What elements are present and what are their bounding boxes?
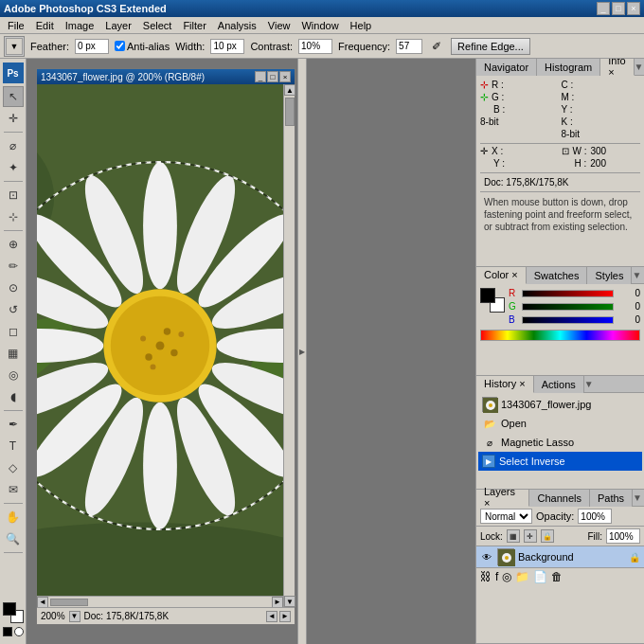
tab-info[interactable]: Info × bbox=[600, 59, 634, 76]
color-fg-bg[interactable] bbox=[480, 288, 505, 313]
r-slider-track[interactable] bbox=[522, 290, 614, 297]
b-slider-track[interactable] bbox=[522, 316, 614, 324]
tab-color[interactable]: Color × bbox=[476, 267, 527, 284]
tool-gradient[interactable]: ▦ bbox=[3, 343, 24, 364]
zoom-menu-btn[interactable]: ▼ bbox=[69, 611, 80, 622]
layer-eye-icon[interactable]: 👁 bbox=[480, 550, 493, 564]
history-item-0[interactable]: 1343067_flower.jpg bbox=[478, 395, 642, 414]
menu-image[interactable]: Image bbox=[60, 18, 100, 33]
foreground-color[interactable] bbox=[3, 602, 16, 616]
tool-healing[interactable]: ⊕ bbox=[3, 234, 24, 255]
color-spectrum[interactable] bbox=[480, 330, 640, 341]
fill-input[interactable] bbox=[606, 528, 640, 544]
close-button[interactable]: × bbox=[627, 2, 640, 15]
tool-dodge[interactable]: ◖ bbox=[3, 386, 24, 407]
blend-mode-select[interactable]: Normal bbox=[480, 509, 532, 524]
scroll-down-btn[interactable]: ▼ bbox=[284, 596, 295, 607]
tab-actions[interactable]: Actions bbox=[534, 376, 584, 393]
scroll-nav-left[interactable]: ◄ bbox=[266, 611, 277, 622]
scroll-up-btn[interactable]: ▲ bbox=[284, 84, 295, 96]
document-controls[interactable]: _ □ × bbox=[255, 71, 291, 82]
tab-histogram[interactable]: Histogram bbox=[537, 59, 600, 76]
new-layer-btn[interactable]: 📄 bbox=[533, 570, 547, 583]
tab-channels[interactable]: Channels bbox=[529, 490, 589, 507]
color-panel-menu[interactable]: ▼ bbox=[632, 270, 641, 280]
contrast-input[interactable] bbox=[298, 39, 332, 54]
layer-background[interactable]: 👁 Background 🔒 bbox=[476, 546, 644, 567]
opacity-input[interactable] bbox=[578, 509, 612, 524]
menu-edit[interactable]: Edit bbox=[30, 18, 60, 33]
scroll-nav-right[interactable]: ► bbox=[279, 611, 291, 622]
scroll-thumb-h[interactable] bbox=[50, 599, 88, 606]
tool-shape[interactable]: ◇ bbox=[3, 457, 24, 478]
menu-view[interactable]: View bbox=[262, 18, 296, 33]
link-layers-btn[interactable]: ⛓ bbox=[480, 570, 492, 583]
add-mask-btn[interactable]: ◎ bbox=[502, 570, 511, 583]
title-controls[interactable]: _ □ × bbox=[597, 2, 640, 15]
tool-pen[interactable]: ✒ bbox=[3, 414, 24, 435]
vertical-scrollbar[interactable]: ▲ ▼ bbox=[283, 84, 295, 607]
tool-history-brush[interactable]: ↺ bbox=[3, 299, 24, 320]
lock-pixels-btn[interactable]: ▦ bbox=[507, 529, 520, 543]
scroll-left-btn[interactable]: ◄ bbox=[37, 597, 48, 608]
tool-move[interactable]: ✛ bbox=[3, 108, 24, 129]
tool-eyedropper[interactable]: ⊹ bbox=[3, 206, 24, 227]
fg-bg-colors[interactable] bbox=[3, 602, 24, 623]
tab-layers[interactable]: Layers × bbox=[476, 490, 529, 507]
tab-history[interactable]: History × bbox=[476, 376, 534, 393]
frequency-input[interactable] bbox=[396, 39, 422, 54]
doc-minimize-btn[interactable]: _ bbox=[255, 71, 266, 82]
horizontal-scrollbar[interactable]: ◄ ► bbox=[37, 596, 283, 607]
history-item-2[interactable]: ⌀ Magnetic Lasso bbox=[478, 433, 642, 452]
new-group-btn[interactable]: 📁 bbox=[515, 570, 529, 583]
refine-edge-button[interactable]: Refine Edge... bbox=[451, 38, 530, 55]
layers-panel-menu[interactable]: ▼ bbox=[633, 492, 642, 503]
tool-text[interactable]: T bbox=[3, 436, 24, 456]
tool-preset-btn[interactable]: ▼ bbox=[6, 38, 23, 55]
lock-position-btn[interactable]: ✛ bbox=[524, 529, 537, 543]
g-slider-track[interactable] bbox=[522, 303, 614, 311]
fg-swatch[interactable] bbox=[480, 288, 495, 303]
stylus-icon[interactable]: ✐ bbox=[428, 38, 445, 55]
history-item-1[interactable]: 📂 Open bbox=[478, 414, 642, 433]
tab-navigator[interactable]: Navigator bbox=[476, 59, 537, 76]
b-slider-value[interactable]: 0 bbox=[617, 314, 640, 325]
lock-all-btn[interactable]: 🔒 bbox=[541, 529, 554, 543]
doc-close-btn[interactable]: × bbox=[279, 71, 291, 82]
tool-hand[interactable]: ✋ bbox=[3, 507, 24, 528]
tool-zoom[interactable]: 🔍 bbox=[3, 528, 24, 549]
tool-crop[interactable]: ⊡ bbox=[3, 185, 24, 206]
tool-brush[interactable]: ✏ bbox=[3, 256, 24, 277]
scroll-thumb-v[interactable] bbox=[285, 98, 295, 126]
reset-colors[interactable] bbox=[3, 627, 12, 636]
tool-arrow[interactable]: ↖ bbox=[3, 86, 24, 107]
info-panel-menu[interactable]: ▼ bbox=[635, 62, 644, 72]
scroll-right-btn[interactable]: ► bbox=[272, 597, 283, 608]
feather-input[interactable] bbox=[75, 39, 109, 54]
tab-paths[interactable]: Paths bbox=[590, 490, 633, 507]
history-panel-menu[interactable]: ▼ bbox=[584, 379, 594, 389]
tab-styles[interactable]: Styles bbox=[587, 267, 632, 284]
menu-help[interactable]: Help bbox=[345, 18, 378, 33]
panel-collapse-arrow[interactable]: ▶ bbox=[297, 59, 307, 644]
delete-layer-btn[interactable]: 🗑 bbox=[551, 570, 563, 583]
r-slider-value[interactable]: 0 bbox=[617, 288, 640, 298]
g-slider-value[interactable]: 0 bbox=[617, 301, 640, 312]
add-style-btn[interactable]: f bbox=[495, 570, 498, 583]
minimize-button[interactable]: _ bbox=[597, 2, 610, 15]
swap-colors[interactable] bbox=[14, 627, 24, 636]
maximize-button[interactable]: □ bbox=[612, 2, 625, 15]
tool-clone[interactable]: ⊙ bbox=[3, 277, 24, 298]
menu-window[interactable]: Window bbox=[295, 18, 344, 33]
doc-maximize-btn[interactable]: □ bbox=[267, 71, 278, 82]
tab-swatches[interactable]: Swatches bbox=[527, 267, 588, 284]
tool-magic-wand[interactable]: ✦ bbox=[3, 157, 24, 178]
menu-layer[interactable]: Layer bbox=[99, 18, 137, 33]
tool-notes[interactable]: ✉ bbox=[3, 479, 24, 500]
tool-blur[interactable]: ◎ bbox=[3, 365, 24, 385]
menu-file[interactable]: File bbox=[2, 18, 30, 33]
menu-filter[interactable]: Filter bbox=[177, 18, 211, 33]
menu-select[interactable]: Select bbox=[137, 18, 178, 33]
tool-lasso[interactable]: ⌀ bbox=[3, 135, 24, 156]
antialiased-checkbox[interactable]: Anti-alias bbox=[115, 41, 170, 52]
